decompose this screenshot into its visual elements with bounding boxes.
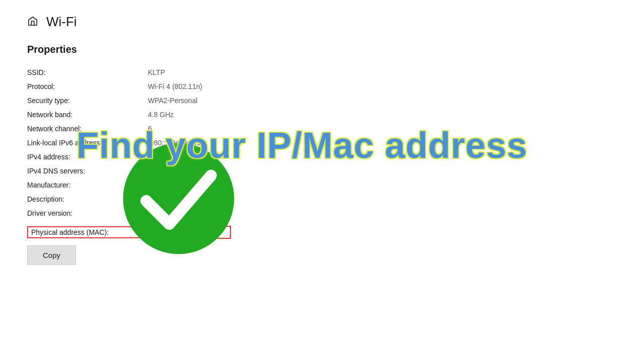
label-driver: Driver version:	[27, 209, 148, 217]
property-row-channel: Network channel: 6	[27, 122, 644, 136]
value-band: 4.8 GHz	[148, 111, 174, 119]
label-band: Network band:	[27, 111, 148, 119]
property-row-description: Description: Intel... Wireless-AC 3165	[27, 192, 644, 206]
value-protocol: Wi-Fi 4 (802.11n)	[148, 82, 202, 90]
properties-section: Properties SSID: KLTP Protocol: Wi-Fi 4 …	[0, 30, 644, 265]
label-channel: Network channel:	[27, 125, 148, 133]
value-dns: 2.168.10.1	[148, 167, 181, 175]
property-row-ipv4: IPv4 address:	[27, 150, 644, 164]
label-security: Security type:	[27, 97, 148, 105]
value-driver: 19.51.28.1	[148, 209, 181, 217]
property-row-dns: IPv4 DNS servers: 2.168.10.1	[27, 164, 644, 178]
label-ipv4: IPv4 address:	[27, 153, 148, 161]
property-row-security: Security type: WPA2-Personal	[27, 94, 644, 108]
label-protocol: Protocol:	[27, 82, 148, 90]
label-description: Description:	[27, 195, 148, 203]
property-row-band: Network band: 4.8 GHz	[27, 108, 644, 122]
property-row-ssid: SSID: KLTP	[27, 65, 644, 79]
page-header: Wi-Fi	[0, 0, 644, 30]
home-icon[interactable]	[27, 16, 38, 29]
page-title: Wi-Fi	[46, 14, 77, 30]
label-ssid: SSID:	[27, 68, 148, 76]
label-dns: IPv4 DNS servers:	[27, 167, 148, 175]
label-mac: Physical address (MAC):	[27, 226, 148, 238]
label-manufacturer: Manufacturer:	[27, 181, 148, 189]
value-security: WPA2-Personal	[148, 97, 198, 105]
property-row-protocol: Protocol: Wi-Fi 4 (802.11n)	[27, 79, 644, 94]
property-row-ipv6: Link-local IPv6 address: fe80::...8c:de5…	[27, 136, 644, 150]
value-manufacturer: Corpora...	[148, 181, 179, 189]
value-description: Intel... Wireless-AC 3165	[148, 195, 226, 203]
copy-button[interactable]: Copy	[27, 245, 76, 265]
property-row-manufacturer: Manufacturer: Corpora...	[27, 178, 644, 192]
value-ipv6: fe80::...8c:de5b12	[148, 139, 204, 147]
mac-value-display: A0:D3:97:A4:1C:B7	[148, 226, 231, 239]
property-row-mac: Physical address (MAC): A0:D3:97:A4:1C:B…	[27, 223, 644, 241]
value-channel: 6	[148, 125, 152, 133]
section-heading: Properties	[27, 44, 644, 55]
property-row-driver: Driver version: 19.51.28.1	[27, 206, 644, 220]
value-ssid: KLTP	[148, 68, 165, 76]
label-ipv6: Link-local IPv6 address:	[27, 139, 148, 147]
